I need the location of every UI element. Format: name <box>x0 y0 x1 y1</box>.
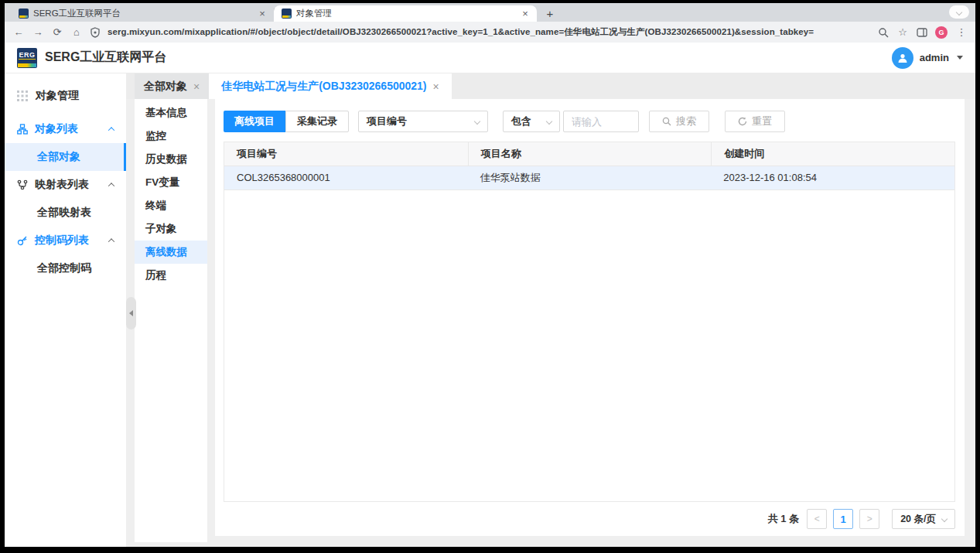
browser-tab-object-management[interactable]: 对象管理 × <box>274 5 537 22</box>
cell-project-code: COL3265368000001 <box>224 166 468 189</box>
filter-toolbar: 离线项目 采集记录 项目编号 包含 搜索 <box>224 111 955 132</box>
sidebar-item-all-control-codes[interactable]: 全部控制码 <box>5 254 126 282</box>
forward-icon[interactable]: → <box>32 26 44 38</box>
chevron-up-icon <box>108 238 114 244</box>
page-size-value: 20 条/页 <box>900 513 936 526</box>
sidebar-label: 对象管理 <box>36 89 79 103</box>
column-header-code: 项目编号 <box>224 142 468 166</box>
cell-created-time: 2023-12-16 01:08:54 <box>711 166 954 189</box>
detail-menu-fv-variables[interactable]: FV变量 <box>135 171 207 194</box>
favicon-erg <box>282 9 292 19</box>
sidebar-collapse-gap <box>126 99 135 547</box>
field-select[interactable]: 项目编号 <box>358 111 488 132</box>
browser-tab-title: 对象管理 <box>296 8 520 19</box>
operator-select-value: 包含 <box>511 114 531 128</box>
tab-close-icon[interactable]: × <box>257 8 268 19</box>
user-caret-icon <box>957 56 963 60</box>
chevron-down-icon <box>546 118 552 125</box>
new-tab-button[interactable]: + <box>541 5 558 22</box>
browser-tab-strip: SERG工业互联网平台 × 对象管理 × + <box>5 3 975 22</box>
chevron-down-icon <box>474 118 480 125</box>
user-menu[interactable]: admin <box>892 47 963 69</box>
detail-menu-journey[interactable]: 历程 <box>135 264 207 287</box>
search-button-label: 搜索 <box>676 114 696 128</box>
side-panel-icon[interactable] <box>917 27 927 38</box>
page-number-button[interactable]: 1 <box>833 509 853 529</box>
sidebar-item-object-management[interactable]: 对象管理 <box>5 83 126 115</box>
detail-menu: 基本信息 监控 历史数据 FV变量 终端 子对象 离线数据 历程 <box>135 99 207 542</box>
browser-profile-avatar[interactable]: G <box>935 26 948 39</box>
tab-close-icon[interactable]: × <box>193 80 200 93</box>
browser-window: SERG工业互联网平台 × 对象管理 × + ← → ⟳ ⌂ serg.mixy… <box>5 3 975 547</box>
chevron-up-icon <box>108 127 114 133</box>
sidebar-label: 全部映射表 <box>37 206 91 218</box>
chevron-up-icon <box>108 183 114 189</box>
url-input[interactable]: serg.mixyun.com/mixapplication/#/object/… <box>108 26 871 38</box>
table-empty-area <box>224 190 954 501</box>
erg-logo: ERG <box>17 48 37 68</box>
user-name: admin <box>920 52 949 63</box>
column-header-created: 创建时间 <box>711 142 954 166</box>
detail-menu-monitor[interactable]: 监控 <box>135 125 207 148</box>
browser-tab-serg[interactable]: SERG工业互联网平台 × <box>11 5 274 22</box>
sidebar-label: 对象列表 <box>35 122 78 136</box>
detail-menu-sub-objects[interactable]: 子对象 <box>135 217 207 241</box>
tab-close-icon[interactable]: × <box>520 8 531 19</box>
pagination: 共 1 条 < 1 > 20 条/页 <box>224 502 955 536</box>
page-size-select[interactable]: 20 条/页 <box>892 509 955 529</box>
sidebar-item-control-code-list[interactable]: 控制码列表 <box>5 227 126 254</box>
collect-records-tab-button[interactable]: 采集记录 <box>285 111 349 132</box>
browser-menu-icon[interactable]: ⋮ <box>955 26 968 38</box>
field-select-value: 项目编号 <box>367 114 407 128</box>
column-header-name: 项目名称 <box>468 142 712 166</box>
page-tab-detail[interactable]: 佳华电站工况与生产(OBJ3230266500021) × <box>209 73 452 99</box>
reset-button-label: 重置 <box>752 114 772 128</box>
sidebar-label: 全部对象 <box>37 150 80 162</box>
bookmark-star-icon[interactable]: ☆ <box>896 26 909 38</box>
detail-menu-terminal[interactable]: 终端 <box>135 194 207 217</box>
app-header: ERG SERG工业互联网平台 admin <box>5 43 975 73</box>
chevron-down-icon <box>941 516 948 522</box>
app-title: SERG工业互联网平台 <box>45 49 166 66</box>
total-count-label: 共 1 条 <box>768 512 799 526</box>
browser-tab-title: SERG工业互联网平台 <box>33 8 257 19</box>
user-avatar-icon <box>892 47 913 69</box>
reset-button[interactable]: 重置 <box>725 111 785 132</box>
sidebar-item-mapping-list[interactable]: 映射表列表 <box>5 171 126 199</box>
next-page-button[interactable]: > <box>859 509 879 529</box>
erg-logo-text: ERG <box>19 51 35 60</box>
tab-close-icon[interactable]: × <box>433 80 439 93</box>
sidebar-label: 全部控制码 <box>37 261 91 274</box>
zoom-icon[interactable] <box>878 27 889 38</box>
reload-icon[interactable]: ⟳ <box>51 26 63 38</box>
home-icon[interactable]: ⌂ <box>70 26 83 38</box>
refresh-icon <box>738 117 747 126</box>
main-sidebar: 对象管理 对象列表 全部对象 映射表列表 全部映射表 <box>5 73 126 547</box>
page-tab-all-objects[interactable]: 全部对象 × <box>135 73 209 99</box>
search-icon <box>662 117 671 126</box>
detail-menu-history-data[interactable]: 历史数据 <box>135 148 207 171</box>
sidebar-item-all-mappings[interactable]: 全部映射表 <box>5 199 126 227</box>
table-header: 项目编号 项目名称 创建时间 <box>224 142 954 166</box>
browser-toolbar: ← → ⟳ ⌂ serg.mixyun.com/mixapplication/#… <box>5 22 975 43</box>
prev-page-button[interactable]: < <box>807 509 827 529</box>
detail-menu-basic-info[interactable]: 基本信息 <box>135 101 207 125</box>
detail-menu-offline-data[interactable]: 离线数据 <box>135 241 207 264</box>
operator-select[interactable]: 包含 <box>503 111 560 132</box>
site-info-icon[interactable] <box>90 27 101 38</box>
table-row[interactable]: COL3265368000001 佳华泵站数据 2023-12-16 01:08… <box>224 166 954 190</box>
search-button[interactable]: 搜索 <box>649 111 709 132</box>
offline-projects-table: 项目编号 项目名称 创建时间 COL3265368000001 佳华泵站数据 2… <box>224 142 955 502</box>
sidebar-item-object-list[interactable]: 对象列表 <box>5 115 126 143</box>
filter-value-input[interactable] <box>563 111 639 132</box>
page-tab-bar: 全部对象 × 佳华电站工况与生产(OBJ3230266500021) × <box>126 73 975 99</box>
collapse-arrow-icon <box>129 310 133 316</box>
cell-project-name: 佳华泵站数据 <box>468 166 712 189</box>
tab-search-button[interactable] <box>949 5 969 19</box>
sidebar-item-all-objects[interactable]: 全部对象 <box>5 143 126 171</box>
object-tree-icon <box>17 124 28 135</box>
offline-data-panel: 离线项目 采集记录 项目编号 包含 搜索 <box>215 99 965 536</box>
offline-projects-tab-button[interactable]: 离线项目 <box>224 111 285 132</box>
back-icon[interactable]: ← <box>12 26 25 38</box>
collapse-handle[interactable] <box>126 297 136 329</box>
